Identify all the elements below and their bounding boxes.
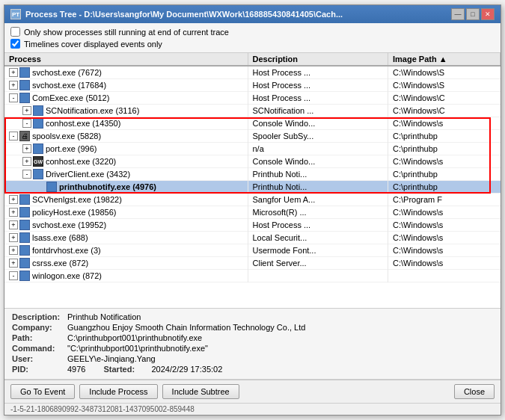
tree-container[interactable]: Process Description Image Path ▲ +svchos… <box>4 53 501 309</box>
table-row[interactable]: printhubnotify.exe (4976)Printhub Noti..… <box>4 181 501 194</box>
go-to-event-button[interactable]: Go To Event <box>10 384 75 399</box>
process-icon <box>19 271 30 281</box>
process-cell: +SCNotification.exe (3116) <box>4 105 248 117</box>
table-row[interactable]: -DriverClient.exe (3432)Printhub Noti...… <box>4 168 501 181</box>
process-name: svchost.exe (17684) <box>32 81 106 90</box>
expand-collapse-icon[interactable]: + <box>9 68 18 77</box>
image-path-cell: C:\printhubp <box>388 130 501 143</box>
maximize-button[interactable]: □ <box>466 8 480 20</box>
description-cell: SCNotification ... <box>248 105 388 117</box>
process-icon <box>46 182 57 192</box>
col-description[interactable]: Description <box>248 53 388 66</box>
process-cell: +svchost.exe (17684) <box>4 79 248 92</box>
minimize-button[interactable]: — <box>451 8 465 20</box>
desc-user-label: User: <box>12 354 64 363</box>
description-cell: Console Windo... <box>248 117 388 130</box>
image-path-cell: C:\Windows\s <box>388 219 501 232</box>
include-process-button[interactable]: Include Process <box>79 384 157 399</box>
image-path-cell: C:\printhubp <box>388 168 501 181</box>
image-path-cell <box>388 270 501 282</box>
desc-started-label: Started: <box>103 365 148 374</box>
desc-description-label: Description: <box>12 312 64 321</box>
process-icon <box>33 143 43 154</box>
toolbar: Only show processes still running at end… <box>4 23 501 53</box>
expand-collapse-icon[interactable]: - <box>22 170 31 179</box>
expand-collapse-icon[interactable]: + <box>22 157 31 166</box>
table-row[interactable]: +GWconhost.exe (3220)Console Windo...C:\… <box>4 155 501 168</box>
window-icon: PT <box>10 9 21 19</box>
description-cell: Host Process ... <box>248 219 388 232</box>
table-row[interactable]: +SCVhenlgst.exe (19822)Sangfor Uem A...C… <box>4 194 501 206</box>
description-cell: n/a <box>248 143 388 155</box>
expand-collapse-icon[interactable]: - <box>9 271 18 280</box>
action-buttons: Go To Event Include Process Include Subt… <box>10 384 239 399</box>
desc-started-value: 2024/2/29 17:35:02 <box>151 365 222 374</box>
table-row[interactable]: +port.exe (996)n/aC:\printhubp <box>4 143 501 155</box>
expand-collapse-icon[interactable]: + <box>9 246 18 255</box>
table-row[interactable]: +fontdrvhost.exe (3)Usermode Font...C:\W… <box>4 244 501 257</box>
image-path-cell: C:\Program F <box>388 194 501 206</box>
description-cell: Console Windo... <box>248 155 388 168</box>
expand-collapse-icon[interactable]: + <box>22 106 31 115</box>
process-tree-table: Process Description Image Path ▲ +svchos… <box>4 53 501 282</box>
col-imagepath[interactable]: Image Path ▲ <box>388 53 501 66</box>
process-name: ComExec.exe (5012) <box>32 93 109 102</box>
description-cell: Host Process ... <box>248 66 388 79</box>
expand-collapse-icon[interactable]: + <box>9 220 18 229</box>
table-row[interactable]: -conhost.exe (14350)Console Windo...C:\W… <box>4 117 501 130</box>
expand-collapse-icon[interactable]: + <box>9 195 18 204</box>
expand-collapse-icon[interactable]: - <box>9 132 18 140</box>
title-controls: — □ ✕ <box>451 8 495 20</box>
process-cell: +fontdrvhost.exe (3) <box>4 244 248 257</box>
show-running-checkbox[interactable] <box>10 27 20 37</box>
process-icon: GW <box>33 156 43 167</box>
table-row[interactable]: -🖨spoolsv.exe (5828)Spooler SubSy...C:\p… <box>4 130 501 143</box>
process-cell: +GWconhost.exe (3220) <box>4 155 248 168</box>
table-row[interactable]: +csrss.exe (872)Client Server...C:\Windo… <box>4 257 501 270</box>
desc-description-row: Description: Printhub Notification <box>12 312 493 321</box>
include-subtree-button[interactable]: Include Subtree <box>162 384 239 399</box>
process-cell: +port.exe (996) <box>4 143 248 155</box>
checkbox-row-1: Only show processes still running at end… <box>10 27 495 37</box>
table-row[interactable]: +policyHost.exe (19856)Microsoft(R) ...C… <box>4 206 501 219</box>
expand-collapse-icon[interactable]: + <box>9 81 18 90</box>
process-icon <box>19 80 30 90</box>
table-header: Process Description Image Path ▲ <box>4 53 501 66</box>
process-icon <box>19 245 30 256</box>
expand-collapse-icon[interactable]: - <box>22 119 31 128</box>
table-row[interactable]: +SCNotification.exe (3116)SCNotification… <box>4 105 501 117</box>
expand-collapse-icon[interactable]: + <box>9 208 18 217</box>
process-icon <box>33 105 43 116</box>
table-row[interactable]: +lsass.exe (688)Local Securit...C:\Windo… <box>4 232 501 244</box>
process-name: SCVhenlgst.exe (19822) <box>32 195 122 204</box>
timelines-checkbox[interactable] <box>10 39 20 49</box>
process-cell: +policyHost.exe (19856) <box>4 206 248 219</box>
process-cell: -winlogon.exe (872) <box>4 270 248 282</box>
window-close-button[interactable]: ✕ <box>481 8 495 20</box>
table-row[interactable]: +svchost.exe (17684)Host Process ...C:\W… <box>4 79 501 92</box>
table-row[interactable]: -winlogon.exe (872) <box>4 270 501 282</box>
expand-collapse-icon[interactable]: + <box>9 233 18 242</box>
status-bar: -1-5-21-1806890992-3487312081-1437095002… <box>4 403 501 415</box>
expand-collapse-icon[interactable]: + <box>22 144 31 153</box>
desc-path-row: Path: C:\printhubport001\printhubnotify.… <box>12 333 493 342</box>
title-bar: PT Process Tree - D:\Users\sangfor\My Do… <box>4 5 501 23</box>
show-running-label: Only show processes still running at end… <box>24 28 229 37</box>
description-cell: Host Process ... <box>248 92 388 105</box>
description-cell: Usermode Font... <box>248 244 388 257</box>
process-cell: -DriverClient.exe (3432) <box>4 168 248 181</box>
process-name: spoolsv.exe (5828) <box>32 132 101 140</box>
close-button[interactable]: Close <box>454 384 495 399</box>
close-icon: ✕ <box>485 10 491 18</box>
process-icon: 🖨 <box>19 131 30 141</box>
col-process[interactable]: Process <box>4 53 248 66</box>
table-row[interactable]: +svchost.exe (19952)Host Process ...C:\W… <box>4 219 501 232</box>
process-name: svchost.exe (19952) <box>32 220 106 229</box>
image-path-cell: C:\printhubp <box>388 143 501 155</box>
process-icon <box>19 67 30 78</box>
expand-collapse-icon[interactable]: - <box>9 93 18 102</box>
table-row[interactable]: -ComExec.exe (5012)Host Process ...C:\Wi… <box>4 92 501 105</box>
expand-collapse-icon[interactable]: + <box>9 259 18 268</box>
table-row[interactable]: +svchost.exe (7672)Host Process ...C:\Wi… <box>4 66 501 79</box>
main-window: PT Process Tree - D:\Users\sangfor\My Do… <box>4 4 501 416</box>
